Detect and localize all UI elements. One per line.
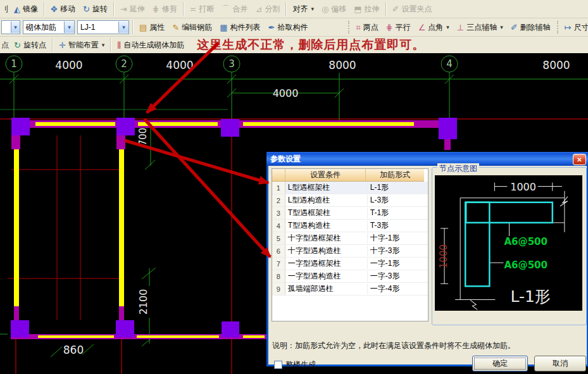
form-cell[interactable]: 一字-4形 xyxy=(368,284,428,294)
smart-layout-label: 智能布置 xyxy=(68,40,99,51)
dim-860: 860 xyxy=(63,344,84,356)
two-point-axis-button[interactable]: ⌗ 两点 xyxy=(352,19,382,35)
condition-cell[interactable]: 孤墙端部遇柱 xyxy=(285,284,368,294)
break-icon: ≍ xyxy=(190,5,197,13)
extend-button[interactable]: ⇥ 延伸 xyxy=(116,1,149,17)
smart-layout-icon: ✛ xyxy=(59,41,66,49)
move-label: 移动 xyxy=(60,4,75,15)
row-number: 7 xyxy=(272,258,285,270)
toolbar-grip xyxy=(348,21,349,34)
header-rebar-form[interactable]: 加筋形式 xyxy=(366,169,424,182)
dim-1000-top: 1000 xyxy=(510,181,536,193)
dimension-button[interactable]: ↦ 尺寸标注 xyxy=(561,19,588,35)
mirror-button[interactable]: ◭ 镜像 xyxy=(10,1,42,17)
split-label: 分割 xyxy=(265,4,280,15)
condition-cell[interactable]: 一字型遇框架柱 xyxy=(285,258,368,269)
form-cell[interactable]: 十字-3形 xyxy=(368,246,428,256)
clipped-combo[interactable]: ▾ xyxy=(1,20,20,34)
table-row[interactable]: 2 L型遇构造柱 L-3形 xyxy=(272,194,428,207)
whole-building-checkbox[interactable] xyxy=(274,361,282,369)
condition-cell[interactable]: 十字型遇构造柱 xyxy=(285,246,368,256)
component-name-combo[interactable]: LJ-1 ▾ xyxy=(77,20,129,34)
point-angle-axis-button[interactable]: ∠ 点角 ▾ xyxy=(415,19,453,35)
rotate-point-button[interactable]: ↻ 旋转点 xyxy=(10,37,50,53)
dialog-titlebar[interactable]: 参数设置 ✕ xyxy=(266,152,588,166)
set-grips-label: 设置夹点 xyxy=(402,4,432,15)
form-cell[interactable]: L-1形 xyxy=(368,182,428,193)
condition-cell[interactable]: T型遇构造柱 xyxy=(285,220,368,231)
dimension-label: 尺寸标注 xyxy=(574,22,588,33)
offset-button[interactable]: ◎ 偏移 xyxy=(318,1,350,17)
rotate-button[interactable]: ↻ 旋转 xyxy=(79,1,111,17)
table-row[interactable]: 7 一字型遇框架柱 一字-1形 xyxy=(272,258,428,270)
dim-4000-b: 4000 xyxy=(166,59,193,72)
delete-aux-axis-button[interactable]: ✐ 删除辅轴 xyxy=(507,19,554,35)
trim-button[interactable]: ⋕ 修剪 xyxy=(149,1,181,17)
auto-generate-masonry-rebar-button[interactable]: ⫼ 自动生成砌体加筋 xyxy=(113,37,188,53)
table-row[interactable]: 5 十字型遇框架柱 十字-1形 xyxy=(272,232,428,245)
close-icon[interactable]: ✕ xyxy=(573,154,586,165)
condition-table: 设置条件 加筋形式 1 L型遇框架柱 L-1形 2 L型遇构造柱 L-3形 3 … xyxy=(272,168,428,321)
form-cell[interactable]: 一字-1形 xyxy=(368,258,428,269)
node-diagram-preview: 1000 1000 A6@500 A6@500 L-1形 xyxy=(435,175,582,311)
table-row[interactable]: 4 T型遇构造柱 T-3形 xyxy=(272,220,428,232)
component-type-combo[interactable]: 砌体加筋 ▾ xyxy=(23,20,75,34)
split-button[interactable]: ⊿ 分割 xyxy=(252,1,284,17)
chevron-down-icon: ▾ xyxy=(102,42,105,48)
move-icon: ✥ xyxy=(51,5,58,13)
table-row[interactable]: 8 一字型遇构造柱 一字-3形 xyxy=(272,270,428,283)
edit-rebar-icon: ✎ xyxy=(172,23,179,32)
condition-cell[interactable]: L型遇框架柱 xyxy=(285,182,368,193)
properties-label: 属性 xyxy=(149,22,165,33)
form-cell[interactable]: 一字-3形 xyxy=(368,271,428,282)
component-list-button[interactable]: ▦ 构件列表 xyxy=(216,19,264,35)
form-cell[interactable]: T-3形 xyxy=(368,220,428,231)
form-cell[interactable]: T-1形 xyxy=(368,208,428,218)
pick-component-icon: ✒ xyxy=(268,23,275,32)
two-point-axis-label: 两点 xyxy=(363,22,378,33)
combo-arrow-icon: ▾ xyxy=(64,22,74,33)
stretch-button[interactable]: ⬒ 拉伸 xyxy=(350,1,383,17)
row-number: 5 xyxy=(272,232,285,244)
move-button[interactable]: ✥ 移动 xyxy=(47,1,79,17)
header-condition[interactable]: 设置条件 xyxy=(285,169,366,182)
pick-component-button[interactable]: ✒ 拾取构件 xyxy=(265,19,312,35)
form-cell[interactable]: L-3形 xyxy=(368,195,428,206)
table-row[interactable]: 3 T型遇框架柱 T-1形 xyxy=(272,207,428,220)
header-number-column xyxy=(272,169,285,182)
edit-rebar-button[interactable]: ✎ 编辑钢筋 xyxy=(168,19,216,35)
condition-cell[interactable]: 一字型遇构造柱 xyxy=(285,271,368,282)
chevron-down-icon: ▾ xyxy=(446,24,449,30)
merge-button[interactable]: ⌒ 合并 xyxy=(218,1,252,17)
table-row[interactable]: 6 十字型遇构造柱 十字-3形 xyxy=(272,245,428,258)
parallel-axis-label: 平行 xyxy=(396,22,411,33)
condition-cell[interactable]: 十字型遇框架柱 xyxy=(285,233,368,244)
combo-arrow-icon: ▾ xyxy=(11,22,20,33)
clipped-button[interactable]: 点 xyxy=(0,40,10,51)
break-button[interactable]: ≍ 打断 xyxy=(186,1,218,17)
offset-icon: ◎ xyxy=(322,5,328,13)
whole-building-checkbox-row[interactable]: 整楼生成 xyxy=(274,359,316,370)
clipped-button[interactable]: 刂 xyxy=(0,4,10,15)
row-number: 2 xyxy=(272,194,285,206)
three-point-aux-axis-button[interactable]: ⊥ 三点辅轴 ▾ xyxy=(453,19,507,35)
break-label: 打断 xyxy=(199,4,215,15)
rebar-spec-1: A6@500 xyxy=(504,236,547,247)
smart-layout-button[interactable]: ✛ 智能布置 ▾ xyxy=(55,37,108,53)
align-button[interactable]: 对齐 ▾ xyxy=(289,1,318,17)
condition-cell[interactable]: T型遇框架柱 xyxy=(285,208,368,218)
axis-bubble-2: 2 xyxy=(121,58,127,70)
toolbar-grip xyxy=(557,21,558,34)
separator xyxy=(285,2,287,16)
parameter-settings-dialog: 参数设置 ✕ 设置条件 加筋形式 1 L型遇框架柱 L-1形 2 L型遇构造柱 … xyxy=(266,153,588,366)
set-grips-button[interactable]: ✐ 设置夹点 xyxy=(389,1,436,17)
ok-button[interactable]: 确定 xyxy=(472,356,528,371)
row-number: 3 xyxy=(272,207,285,219)
condition-cell[interactable]: L型遇构造柱 xyxy=(285,195,368,206)
parallel-axis-button[interactable]: ⋕ 平行 xyxy=(382,19,415,35)
form-cell[interactable]: 十字-1形 xyxy=(368,233,428,244)
table-row[interactable]: 1 L型遇框架柱 L-1形 xyxy=(272,182,428,194)
table-row[interactable]: 9 孤墙端部遇柱 一字-4形 xyxy=(272,283,428,296)
properties-button[interactable]: ▤ 属性 xyxy=(135,19,168,35)
cancel-button[interactable]: 取消 xyxy=(534,356,586,371)
